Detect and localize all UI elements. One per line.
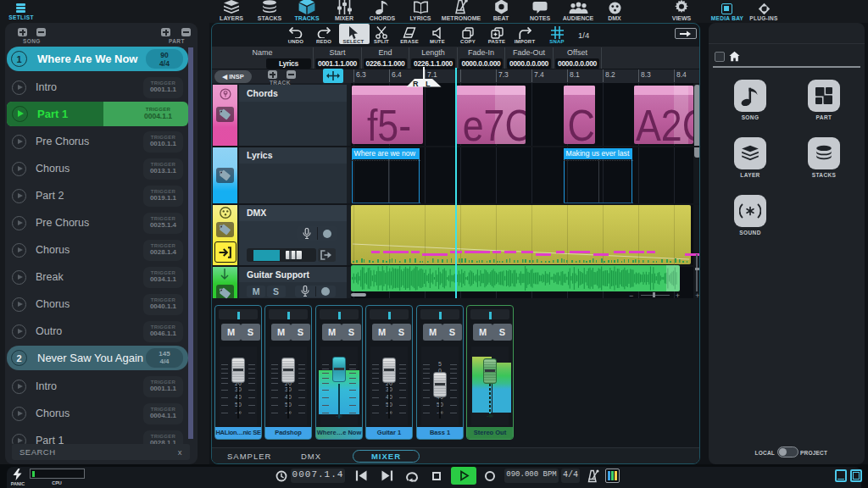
svg-text:R: R (413, 80, 419, 87)
svg-text:L: L (426, 80, 431, 87)
